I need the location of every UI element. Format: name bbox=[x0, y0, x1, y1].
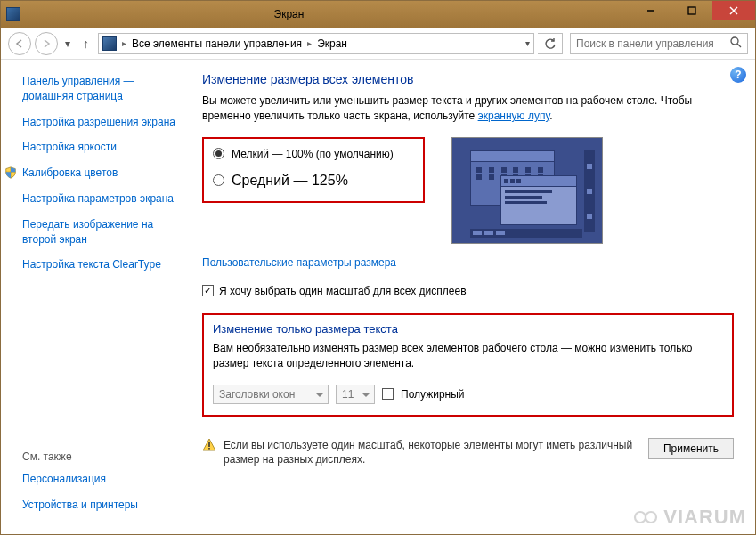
help-icon[interactable]: ? bbox=[730, 67, 746, 83]
breadcrumb-sep: ▸ bbox=[307, 38, 312, 48]
sidebar-link-calibrate[interactable]: Калибровка цветов bbox=[22, 166, 118, 181]
see-also-personalization[interactable]: Персонализация bbox=[22, 472, 177, 487]
search-input[interactable] bbox=[576, 37, 730, 50]
text-size-section: Изменение только размера текста Вам необ… bbox=[202, 313, 734, 417]
window-frame: Экран ▾ ↑ ▸ Все элементы панели управлен… bbox=[0, 0, 756, 535]
see-also-devices[interactable]: Устройства и принтеры bbox=[22, 498, 177, 513]
see-also-label: См. также bbox=[22, 450, 177, 463]
single-scale-label: Я хочу выбрать один масштаб для всех дис… bbox=[219, 285, 467, 297]
svg-point-4 bbox=[731, 37, 738, 45]
radio-dot-icon bbox=[213, 148, 224, 159]
radio-dot-icon bbox=[213, 174, 224, 186]
sidebar-home[interactable]: Панель управления — домашняя страница bbox=[22, 74, 177, 104]
up-button[interactable]: ↑ bbox=[77, 36, 94, 51]
sidebar-link-project[interactable]: Передать изображение на второй экран bbox=[22, 217, 177, 247]
breadcrumb-1[interactable]: Все элементы панели управления bbox=[132, 37, 302, 50]
address-dropdown[interactable]: ▾ bbox=[525, 38, 530, 48]
radio-medium[interactable]: Средний — 125% bbox=[213, 173, 411, 189]
sidebar-link-settings[interactable]: Настройка параметров экрана bbox=[22, 191, 177, 207]
location-icon bbox=[102, 36, 117, 51]
single-scale-checkbox[interactable] bbox=[202, 285, 214, 296]
page-description: Вы можете увеличить или уменьшить размер… bbox=[202, 93, 701, 125]
maximize-button[interactable] bbox=[671, 1, 712, 20]
section2-desc: Вам необязательно изменять размер всех э… bbox=[213, 341, 723, 372]
svg-rect-7 bbox=[208, 448, 210, 450]
app-icon bbox=[6, 7, 20, 21]
svg-rect-1 bbox=[688, 7, 695, 14]
sidebar-link-resolution[interactable]: Настройка разрешения экрана bbox=[22, 115, 177, 130]
history-dropdown[interactable]: ▾ bbox=[61, 37, 74, 50]
address-bar[interactable]: ▸ Все элементы панели управления ▸ Экран… bbox=[98, 33, 534, 54]
watermark: VIARUM bbox=[633, 506, 746, 529]
search-icon[interactable] bbox=[730, 36, 742, 51]
search-box[interactable] bbox=[570, 33, 748, 54]
sidebar-link-cleartype[interactable]: Настройка текста ClearType bbox=[22, 257, 177, 272]
section2-heading: Изменение только размера текста bbox=[213, 322, 723, 336]
size-select[interactable]: 11 bbox=[336, 385, 375, 404]
single-scale-row: Я хочу выбрать один масштаб для всех дис… bbox=[202, 285, 734, 297]
svg-rect-6 bbox=[208, 442, 210, 447]
shield-icon bbox=[4, 166, 17, 179]
main-panel: ? Изменение размера всех элементов Вы мо… bbox=[188, 60, 755, 534]
bold-label: Полужирный bbox=[401, 388, 465, 401]
window-controls bbox=[630, 1, 755, 28]
preview-image bbox=[451, 137, 603, 244]
warning-icon bbox=[202, 438, 216, 452]
magnifier-link[interactable]: экранную лупу bbox=[478, 109, 550, 122]
sidebar-link-brightness[interactable]: Настройка яркости bbox=[22, 140, 177, 155]
custom-size-link[interactable]: Пользовательские параметры размера bbox=[202, 256, 396, 269]
navigation-bar: ▾ ↑ ▸ Все элементы панели управления ▸ Э… bbox=[1, 28, 755, 60]
content-area: Панель управления — домашняя страница На… bbox=[1, 60, 755, 534]
refresh-button[interactable] bbox=[538, 33, 563, 54]
radio-small[interactable]: Мелкий — 100% (по умолчанию) bbox=[213, 148, 411, 160]
sidebar: Панель управления — домашняя страница На… bbox=[1, 60, 188, 534]
back-button[interactable] bbox=[8, 32, 31, 55]
window-title: Экран bbox=[28, 8, 630, 20]
warning-text: Если вы используете один масштаб, некото… bbox=[224, 438, 641, 468]
titlebar: Экран bbox=[1, 1, 755, 28]
forward-button[interactable] bbox=[35, 32, 58, 55]
breadcrumb-sep: ▸ bbox=[122, 38, 126, 48]
svg-line-5 bbox=[737, 44, 741, 47]
scale-radio-group: Мелкий — 100% (по умолчанию) Средний — 1… bbox=[202, 137, 425, 203]
minimize-button[interactable] bbox=[630, 1, 671, 20]
bold-checkbox[interactable] bbox=[382, 388, 394, 400]
apply-button[interactable]: Применить bbox=[648, 438, 734, 459]
breadcrumb-2[interactable]: Экран bbox=[317, 37, 347, 50]
bottom-bar: Если вы используете один масштаб, некото… bbox=[202, 427, 734, 468]
close-button[interactable] bbox=[712, 1, 755, 20]
page-heading: Изменение размера всех элементов bbox=[202, 72, 734, 86]
element-select[interactable]: Заголовки окон bbox=[213, 385, 329, 404]
